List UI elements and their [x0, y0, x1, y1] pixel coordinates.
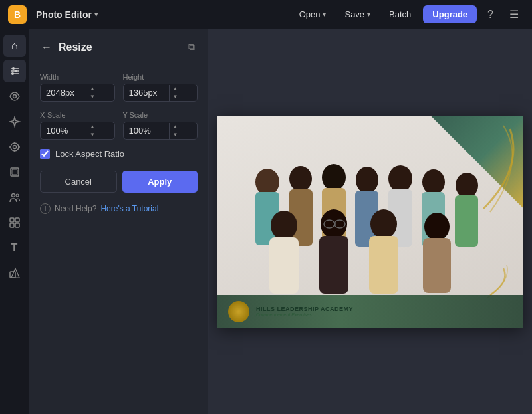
- svg-point-8: [13, 146, 16, 149]
- height-input[interactable]: [124, 84, 169, 101]
- xscale-input[interactable]: [41, 122, 86, 139]
- svg-point-28: [356, 167, 378, 193]
- xscale-down-button[interactable]: ▼: [86, 131, 98, 139]
- menu-button[interactable]: ☰: [504, 4, 524, 25]
- panel-header: ← Resize ⧉: [29, 29, 208, 62]
- lock-aspect-checkbox[interactable]: [40, 149, 50, 159]
- upgrade-button[interactable]: Upgrade: [423, 5, 477, 23]
- height-group: Height ▲ ▼: [123, 73, 198, 102]
- apply-button[interactable]: Apply: [122, 171, 198, 193]
- svg-point-16: [16, 194, 19, 197]
- svg-rect-20: [15, 223, 19, 227]
- height-down-button[interactable]: ▼: [170, 93, 182, 101]
- svg-point-5: [11, 72, 14, 75]
- bottom-banner: HILLS LEADERSHIP ACADEMY Commencement Ex…: [217, 295, 523, 328]
- app-title-label: Photo Editor: [36, 9, 92, 20]
- banner-logo: [228, 301, 249, 322]
- svg-point-26: [322, 164, 346, 191]
- back-button[interactable]: ←: [40, 40, 53, 54]
- sidebar-item-eye[interactable]: [3, 85, 26, 108]
- tutorial-link[interactable]: Here's a Tutorial: [100, 204, 158, 213]
- open-chevron: ▾: [323, 11, 326, 18]
- width-spinner: ▲ ▼: [40, 84, 115, 102]
- svg-point-3: [15, 70, 17, 72]
- xscale-spin-btns: ▲ ▼: [86, 123, 98, 139]
- svg-point-15: [11, 194, 15, 197]
- sidebar-item-layers[interactable]: [3, 161, 26, 183]
- svg-point-30: [388, 165, 412, 192]
- height-spin-btns: ▲ ▼: [169, 85, 182, 101]
- xscale-group: X-Scale ▲ ▼: [40, 111, 115, 140]
- main-body: ⌂: [0, 29, 532, 414]
- app-title-chevron: ▾: [94, 11, 98, 18]
- panel-content: Width ▲ ▼ Height ▲: [29, 62, 208, 203]
- sidebar-item-target[interactable]: [3, 136, 26, 158]
- sidebar-item-sparkle[interactable]: [3, 110, 26, 133]
- yscale-down-button[interactable]: ▼: [170, 131, 182, 139]
- yscale-input[interactable]: [124, 122, 169, 139]
- save-button[interactable]: Save ▾: [338, 6, 377, 23]
- sidebar-item-home[interactable]: ⌂: [3, 35, 26, 57]
- photo-container: HILLS LEADERSHIP ACADEMY Commencement Ex…: [217, 116, 523, 328]
- width-down-button[interactable]: ▼: [86, 93, 98, 101]
- yscale-spinner: ▲ ▼: [123, 122, 198, 140]
- gold-swirl-svg: [430, 122, 523, 215]
- svg-rect-19: [10, 223, 14, 227]
- svg-point-7: [11, 143, 19, 151]
- app-title-button[interactable]: Photo Editor ▾: [32, 7, 102, 23]
- yscale-spin-btns: ▲ ▼: [169, 123, 182, 139]
- resize-panel: ← Resize ⧉ Width ▲ ▼ Heigh: [29, 29, 209, 414]
- svg-point-22: [255, 169, 279, 195]
- info-icon: i: [40, 203, 51, 214]
- lock-aspect-row: Lock Aspect Ratio: [40, 149, 198, 159]
- dimension-row: Width ▲ ▼ Height ▲: [40, 73, 198, 102]
- help-button[interactable]: ?: [482, 5, 499, 25]
- svg-point-1: [12, 67, 15, 70]
- width-group: Width ▲ ▼: [40, 73, 115, 102]
- yscale-up-button[interactable]: ▲: [170, 123, 182, 131]
- icon-bar: ⌂: [0, 29, 29, 414]
- svg-rect-41: [369, 236, 398, 294]
- sidebar-item-grid[interactable]: [3, 211, 26, 234]
- xscale-up-button[interactable]: ▲: [86, 123, 98, 131]
- svg-rect-17: [10, 218, 14, 222]
- yscale-label: Y-Scale: [123, 111, 198, 119]
- cancel-button[interactable]: Cancel: [40, 171, 117, 193]
- svg-point-38: [321, 209, 347, 239]
- width-up-button[interactable]: ▲: [86, 85, 98, 93]
- canvas-area: HILLS LEADERSHIP ACADEMY Commencement Ex…: [209, 29, 532, 414]
- svg-point-40: [370, 209, 397, 239]
- width-spin-btns: ▲ ▼: [86, 85, 98, 101]
- svg-point-6: [13, 95, 16, 98]
- height-up-button[interactable]: ▲: [170, 85, 182, 93]
- sidebar-item-shape[interactable]: [3, 262, 26, 284]
- app-logo: B: [8, 5, 27, 24]
- sidebar-item-adjustments[interactable]: [3, 60, 26, 82]
- xscale-spinner: ▲ ▼: [40, 122, 115, 140]
- lock-aspect-label[interactable]: Lock Aspect Ratio: [55, 149, 124, 159]
- xscale-label: X-Scale: [40, 111, 115, 119]
- copy-icon-button[interactable]: ⧉: [186, 39, 198, 55]
- panel-title: Resize: [59, 41, 180, 53]
- height-label: Height: [123, 73, 198, 81]
- help-row: i Need Help? Here's a Tutorial: [29, 203, 208, 214]
- svg-point-42: [424, 213, 450, 241]
- batch-button[interactable]: Batch: [382, 6, 418, 23]
- svg-rect-14: [12, 169, 17, 175]
- svg-point-36: [271, 211, 297, 240]
- svg-rect-39: [319, 236, 348, 294]
- save-chevron: ▾: [367, 11, 370, 18]
- yscale-group: Y-Scale ▲ ▼: [123, 111, 198, 140]
- open-button[interactable]: Open ▾: [293, 6, 333, 23]
- sidebar-item-text[interactable]: T: [3, 237, 26, 259]
- sidebar-item-people[interactable]: [3, 186, 26, 209]
- svg-rect-37: [269, 237, 299, 294]
- banner-title: HILLS LEADERSHIP ACADEMY: [256, 306, 353, 312]
- action-row: Cancel Apply: [40, 171, 198, 193]
- scale-row: X-Scale ▲ ▼ Y-Scale ▲: [40, 111, 198, 140]
- topbar: B Photo Editor ▾ Open ▾ Save ▾ Batch Upg…: [0, 0, 532, 29]
- svg-rect-18: [15, 218, 19, 222]
- svg-point-24: [289, 166, 312, 191]
- width-input[interactable]: [41, 84, 86, 101]
- banner-subtitle: Commencement Exercises: [256, 312, 353, 317]
